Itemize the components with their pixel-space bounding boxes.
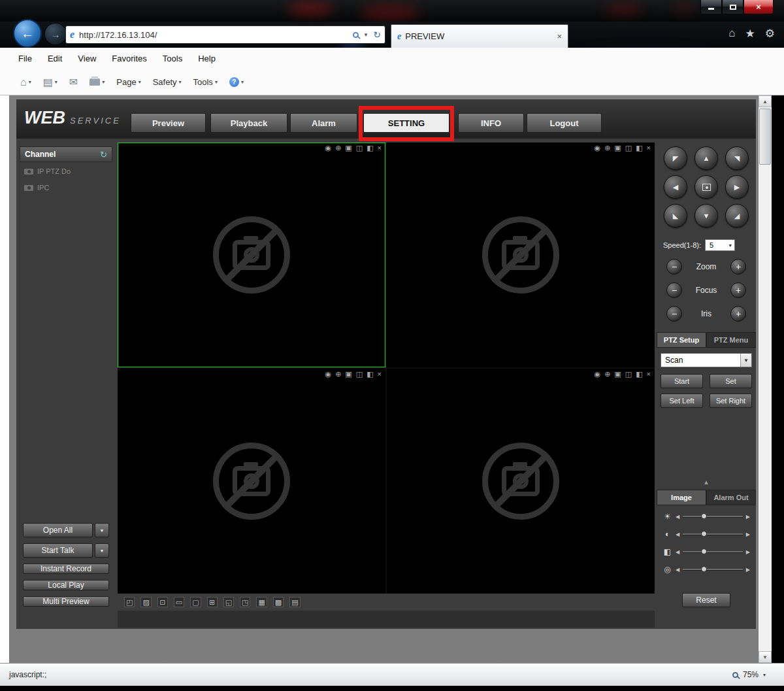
- url-text[interactable]: http://172.16.13.104/: [79, 30, 157, 40]
- start-talk-button[interactable]: Start Talk: [23, 543, 93, 558]
- audio-icon[interactable]: ◧: [367, 144, 373, 152]
- instant-record-button[interactable]: Instant Record: [23, 564, 109, 574]
- aspect-ratio-icon[interactable]: ▭: [174, 597, 184, 607]
- video-cell-4[interactable]: ◉ ⊕ ▣ ◫ ◧ ×: [387, 369, 655, 594]
- print-button[interactable]: ▾: [85, 78, 109, 86]
- forward-button[interactable]: →: [44, 23, 67, 45]
- video-cell-2[interactable]: ◉ ⊕ ▣ ◫ ◧ ×: [387, 143, 655, 367]
- start-talk-dropdown[interactable]: ▼: [95, 543, 109, 558]
- nav-info-button[interactable]: INFO: [458, 113, 524, 133]
- video-cell-3[interactable]: ◉ ⊕ ▣ ◫ ◧ ×: [118, 369, 385, 594]
- back-button[interactable]: ←: [13, 19, 42, 48]
- collapse-panel-icon[interactable]: ▲: [657, 479, 756, 486]
- settings-gear-icon[interactable]: ⚙: [765, 27, 775, 41]
- tab-ptz-setup[interactable]: PTZ Setup: [657, 332, 706, 348]
- address-bar[interactable]: e http://172.16.13.104/ ▾ ↻: [65, 25, 385, 44]
- slider-right-icon[interactable]: ▶: [746, 531, 750, 537]
- quality-icon[interactable]: ◰: [124, 597, 135, 607]
- open-all-dropdown[interactable]: ▼: [95, 523, 109, 537]
- split-8-icon[interactable]: ▦: [256, 597, 267, 607]
- slider-thumb[interactable]: [701, 531, 707, 537]
- snapshot-icon[interactable]: ◫: [625, 144, 632, 152]
- slider-left-icon[interactable]: ◀: [676, 531, 679, 537]
- scrollbar-thumb[interactable]: [759, 109, 771, 165]
- address-dropdown-icon[interactable]: ▾: [365, 31, 368, 38]
- ptz-scan-button[interactable]: [694, 175, 718, 199]
- zoom-icon[interactable]: ⊕: [335, 370, 341, 379]
- feeds-button[interactable]: ▤ ▾: [39, 76, 62, 88]
- reset-button[interactable]: Reset: [682, 593, 730, 607]
- tab-image[interactable]: Image: [657, 490, 706, 505]
- favorites-star-icon[interactable]: ★: [745, 27, 755, 41]
- search-icon[interactable]: [353, 32, 359, 38]
- split-16-icon[interactable]: ▤: [289, 597, 300, 607]
- digital-zoom-icon[interactable]: ◉: [325, 144, 332, 152]
- home-icon[interactable]: ⌂: [728, 27, 735, 41]
- set-button[interactable]: Set: [710, 374, 752, 388]
- nav-logout-button[interactable]: Logout: [527, 113, 602, 133]
- split-9-icon[interactable]: ▩: [273, 597, 284, 607]
- saturation-slider[interactable]: [683, 551, 743, 552]
- slider-right-icon[interactable]: ▶: [746, 567, 750, 573]
- menu-edit[interactable]: Edit: [40, 54, 70, 63]
- slider-thumb[interactable]: [701, 513, 707, 519]
- fluency-icon[interactable]: ▨: [140, 597, 151, 607]
- zoom-icon[interactable]: ⊕: [335, 144, 341, 152]
- scroll-up-icon[interactable]: ▲: [759, 95, 772, 107]
- channel-item-ipc[interactable]: IPC: [16, 180, 116, 195]
- speed-select[interactable]: 5 ▼: [705, 239, 735, 251]
- ptz-left-button[interactable]: ◀: [664, 175, 687, 199]
- read-mail-button[interactable]: ✉: [65, 76, 82, 88]
- menu-help[interactable]: Help: [190, 54, 223, 63]
- ptz-right-button[interactable]: ▶: [725, 175, 749, 199]
- page-zoom-icon[interactable]: [732, 672, 738, 678]
- refresh-icon[interactable]: ↻: [373, 29, 381, 40]
- slider-right-icon[interactable]: ▶: [746, 549, 750, 555]
- record-icon[interactable]: ▣: [345, 144, 351, 152]
- audio-icon[interactable]: ◧: [636, 370, 642, 379]
- ptz-up-button[interactable]: ▲: [694, 146, 718, 170]
- safety-menu[interactable]: Safety ▾: [148, 77, 186, 87]
- focus-minus-button[interactable]: −: [666, 282, 682, 298]
- record-icon[interactable]: ▣: [614, 144, 621, 152]
- split-1-icon[interactable]: ⊞: [207, 597, 218, 607]
- close-video-icon[interactable]: ×: [647, 370, 651, 379]
- start-button[interactable]: Start: [661, 374, 703, 388]
- zoom-minus-button[interactable]: −: [666, 259, 682, 275]
- menu-view[interactable]: View: [70, 54, 104, 63]
- close-video-icon[interactable]: ×: [378, 144, 382, 152]
- close-video-icon[interactable]: ×: [647, 144, 651, 152]
- iris-minus-button[interactable]: −: [666, 306, 682, 322]
- browser-tab-preview[interactable]: e PREVIEW ×: [391, 24, 568, 48]
- zoom-icon[interactable]: ⊕: [604, 370, 610, 379]
- ptz-up-right-button[interactable]: ◥: [725, 146, 749, 170]
- slider-thumb[interactable]: [701, 566, 707, 572]
- slider-right-icon[interactable]: ▶: [746, 514, 750, 520]
- contrast-slider[interactable]: [683, 533, 743, 535]
- slider-left-icon[interactable]: ◀: [676, 514, 679, 520]
- minimize-button[interactable]: [700, 0, 722, 14]
- fullscreen-icon[interactable]: ⊡: [157, 597, 168, 607]
- slider-left-icon[interactable]: ◀: [676, 567, 679, 573]
- zoom-icon[interactable]: ⊕: [604, 144, 610, 152]
- slider-thumb[interactable]: [701, 548, 707, 554]
- close-video-icon[interactable]: ×: [378, 370, 382, 379]
- split-6-icon[interactable]: ◳: [240, 597, 250, 607]
- digital-zoom-icon[interactable]: ◉: [595, 144, 601, 152]
- zoom-plus-button[interactable]: +: [730, 259, 746, 275]
- focus-plus-button[interactable]: +: [730, 282, 746, 298]
- snapshot-icon[interactable]: ◫: [356, 144, 363, 152]
- record-icon[interactable]: ▣: [614, 370, 621, 379]
- local-play-button[interactable]: Local Play: [23, 580, 109, 590]
- tab-ptz-menu[interactable]: PTZ Menu: [706, 332, 756, 348]
- tools-menu[interactable]: Tools ▾: [189, 77, 222, 87]
- scroll-down-icon[interactable]: ▼: [759, 651, 772, 663]
- ptz-function-select[interactable]: Scan ▼: [661, 353, 752, 367]
- nav-alarm-button[interactable]: Alarm: [290, 113, 357, 133]
- slider-left-icon[interactable]: ◀: [676, 549, 679, 555]
- home-button[interactable]: ⌂ ▾: [16, 76, 36, 88]
- digital-zoom-icon[interactable]: ◉: [595, 370, 601, 379]
- audio-icon[interactable]: ◧: [367, 370, 373, 379]
- iris-plus-button[interactable]: +: [730, 306, 746, 322]
- original-size-icon[interactable]: ▢: [190, 597, 201, 607]
